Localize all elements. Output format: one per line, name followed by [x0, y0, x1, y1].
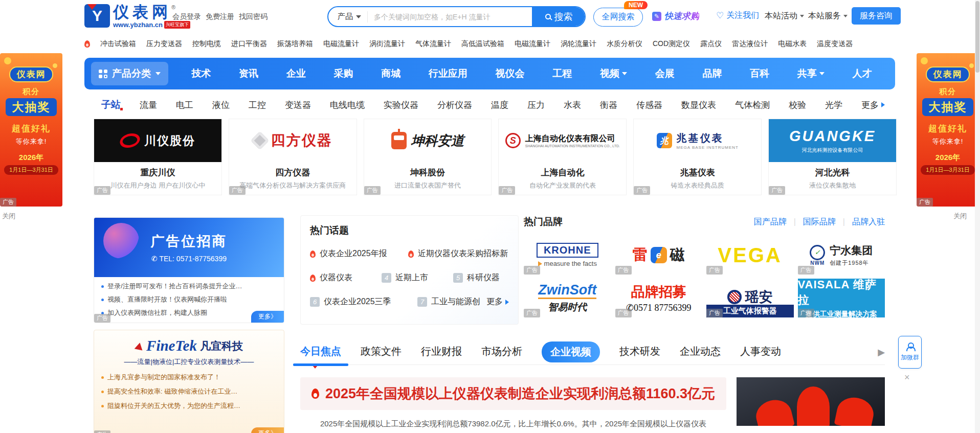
tab-today-focus[interactable]: 今日焦点 [300, 345, 341, 359]
scrollbar-thumb[interactable] [975, 1, 979, 73]
subnav-item[interactable]: 光学 [825, 99, 842, 111]
nav-item-expo[interactable]: 视仪会 [496, 67, 525, 80]
subnav-item[interactable]: 数显仪表 [681, 99, 716, 111]
domestic-brands-link[interactable]: 国产品牌 [754, 217, 787, 227]
brand-cell-leici[interactable]: 雷 e 磁 广告 [615, 236, 703, 275]
product-category-button[interactable]: 产品分类 [91, 62, 168, 85]
subnav-item[interactable]: 液位 [212, 99, 230, 111]
brand-card-guangke[interactable]: GUANGKE河北光科测控设备有限公司 河北光科 液位仪表集散地 广告 [768, 119, 897, 195]
keyword-link[interactable]: 压力变送器 [146, 39, 182, 49]
ad-list-item[interactable]: 视频、直播限时开放！仪表网喊你开播啦 [101, 295, 278, 304]
keyword-link[interactable]: 控制电缆 [192, 39, 221, 49]
nav-item-talent[interactable]: 人才 [852, 67, 872, 80]
subnav-item[interactable]: 传感器 [636, 99, 662, 111]
international-brands-link[interactable]: 国际品牌 [803, 217, 836, 227]
right-side-banner-ad[interactable]: 仪表网 积分 大抽奖 超值好礼 等你来拿! 2026年 1月1日—3月31日 广… [917, 53, 979, 207]
keyword-link[interactable]: 振荡培养箱 [277, 39, 313, 49]
subnav-item[interactable]: 压力 [527, 99, 545, 111]
ad-list-item[interactable]: 上海凡宜参与制定的国家标准发布了！ [101, 373, 278, 382]
subnav-home[interactable]: 子站 [101, 98, 121, 111]
site-service-menu[interactable]: 本站服务 [808, 11, 848, 21]
tab-tech-rd[interactable]: 技术研发 [619, 345, 660, 359]
subnav-item[interactable]: 流量 [140, 99, 157, 111]
nav-item-brand[interactable]: 品牌 [702, 67, 722, 80]
topics-more-link[interactable]: 更多 [486, 297, 509, 307]
join-wechat-group-button[interactable]: 加微群 [898, 336, 922, 369]
service-consult-button[interactable]: 服务咨询 [852, 7, 901, 25]
ad-more-link[interactable]: 更多》 [251, 427, 284, 433]
subnav-item[interactable]: 校验 [789, 99, 806, 111]
ad-more-link[interactable]: 更多》 [251, 311, 284, 323]
topic-link[interactable]: 4近期上市 [382, 272, 453, 283]
subnav-item[interactable]: 实验仪器 [384, 99, 418, 111]
tabs-next-arrow[interactable]: ▶ [878, 347, 885, 358]
search-category-dropdown[interactable]: 产品 [328, 11, 368, 22]
brand-card-sifang[interactable]: 四方仪器 四方仪器 高端气体分析仪器与解决方案供应商 广告 [229, 119, 357, 195]
tab-company-news[interactable]: 企业动态 [680, 345, 721, 359]
ad-list-item[interactable]: 提高安全性和效率: 磁致伸缩液位计在工业… [101, 387, 278, 396]
keyword-link[interactable]: 电磁水表 [778, 39, 807, 49]
brand-cell-zwinsoft[interactable]: ZwinSoft 智易时代 广告 [524, 279, 611, 317]
ad-slot-banner[interactable]: 广告位招商 ✆ TEL: 0571-87756399 登录/注册即可发布！抢占百… [94, 217, 284, 323]
subnav-item[interactable]: 气体检测 [735, 99, 770, 111]
keyword-link[interactable]: 电磁流量计 [323, 39, 359, 49]
topic-link[interactable]: 近期仪器仪表采购招标新 [408, 248, 508, 259]
quick-buy-link[interactable]: ✎ 快速求购 [652, 10, 699, 22]
topic-link[interactable]: 6仪表企业2025三季 [310, 297, 417, 307]
tab-company-video[interactable]: 企业视频 [542, 341, 600, 362]
subnav-item[interactable]: 衡器 [600, 99, 617, 111]
nav-item-application[interactable]: 行业应用 [429, 67, 467, 80]
topic-link[interactable]: 仪器仪表 [310, 272, 382, 283]
brand-cell-vaisala[interactable]: VAISALA 维萨拉 提供工业测量解决方案 广告 [798, 279, 885, 317]
subnav-item[interactable]: 温度 [491, 99, 508, 111]
nav-item-engineering[interactable]: 工程 [552, 67, 572, 80]
subnav-item[interactable]: 变送器 [285, 99, 311, 111]
nav-item-news[interactable]: 资讯 [239, 67, 258, 80]
search-button[interactable]: 搜索 [532, 6, 586, 27]
subnav-item[interactable]: 分析仪器 [437, 99, 472, 111]
keyword-link[interactable]: 高低温试验箱 [461, 39, 504, 49]
register-link[interactable]: 免费注册 [206, 12, 234, 21]
topic-link[interactable]: 仪表企业2025年报 [310, 248, 408, 259]
news-headline[interactable]: 2025年全国规模以上仪器仪表制造企业实现利润总额1160.3亿元 [300, 377, 726, 410]
nav-item-purchase[interactable]: 采购 [333, 67, 353, 80]
left-side-banner-ad[interactable]: 仪表网 积分 大抽奖 超值好礼 等你来拿! 2026年 1月1日—3月31日 广… [0, 53, 62, 207]
brand-cell-recruit[interactable]: 品牌招募 ✆0571 87756399 广告 [615, 279, 703, 317]
float-widget-close[interactable]: × [904, 373, 910, 382]
nav-item-share[interactable]: 共享 [797, 67, 825, 80]
brand-cell-yaoan[interactable]: 瑶安 工业气体报警器 广告 [706, 279, 794, 317]
brand-join-link[interactable]: 品牌入驻 [852, 217, 885, 227]
tab-industry-finance[interactable]: 行业财报 [421, 345, 462, 359]
subnav-item[interactable]: 水表 [564, 99, 581, 111]
brand-cell-krohne[interactable]: KROHNE measure the facts 广告 [524, 236, 611, 275]
allnet-search-button[interactable]: 全网搜索 [593, 8, 643, 27]
left-banner-close[interactable]: 关闭 [2, 212, 15, 221]
brand-cell-vega[interactable]: VEGA 广告 [706, 236, 794, 275]
nav-item-video[interactable]: 视频 [600, 67, 627, 80]
keyword-link[interactable]: 涡街流量计 [369, 39, 405, 49]
subnav-more[interactable]: 更多 [861, 99, 885, 111]
topic-link[interactable]: 5科研仪器 [453, 272, 500, 283]
nav-item-company[interactable]: 企业 [286, 67, 306, 80]
page-scrollbar[interactable] [975, 0, 980, 433]
keyword-link[interactable]: 进口平衡器 [231, 39, 267, 49]
ad-list-item[interactable]: 登录/注册即可发布！抢占百科词条提升企业… [101, 282, 278, 291]
keyword-link[interactable]: 温度变送器 [817, 39, 853, 49]
keyword-link[interactable]: 涡轮流量计 [561, 39, 596, 49]
tab-personnel[interactable]: 人事变动 [740, 345, 781, 359]
brand-card-zhaoji[interactable]: 兆 兆基仪表MEGA BASE INSTRUMENT 兆基仪表 铸造水表经典品质… [633, 119, 762, 195]
nav-item-exhibition[interactable]: 会展 [655, 67, 675, 80]
nav-item-tech[interactable]: 技术 [191, 67, 211, 80]
right-banner-close[interactable]: 关闭 [953, 212, 967, 221]
ad-list-item[interactable]: 阻旋料位开关的五大优势，为您的生产流程… [101, 401, 278, 411]
topic-link[interactable]: 7工业与能源创 [417, 297, 480, 307]
subnav-item[interactable]: 工控 [249, 99, 266, 111]
keyword-link[interactable]: COD测定仪 [653, 39, 690, 49]
subnav-item[interactable]: 电工 [176, 99, 193, 111]
nav-item-wiki[interactable]: 百科 [750, 67, 769, 80]
tab-policy[interactable]: 政策文件 [361, 345, 402, 359]
brand-card-shanghai-auto[interactable]: S 上海自动化仪表有限公司SHANGHAI AUTOMATION INSTRUM… [498, 119, 627, 195]
brand-cell-ningshui[interactable]: ✓NWM 宁水集团创建于1958年 广告 [798, 236, 885, 275]
site-activity-menu[interactable]: 本站活动 [765, 11, 804, 21]
news-photo-hardhats[interactable] [737, 377, 885, 426]
